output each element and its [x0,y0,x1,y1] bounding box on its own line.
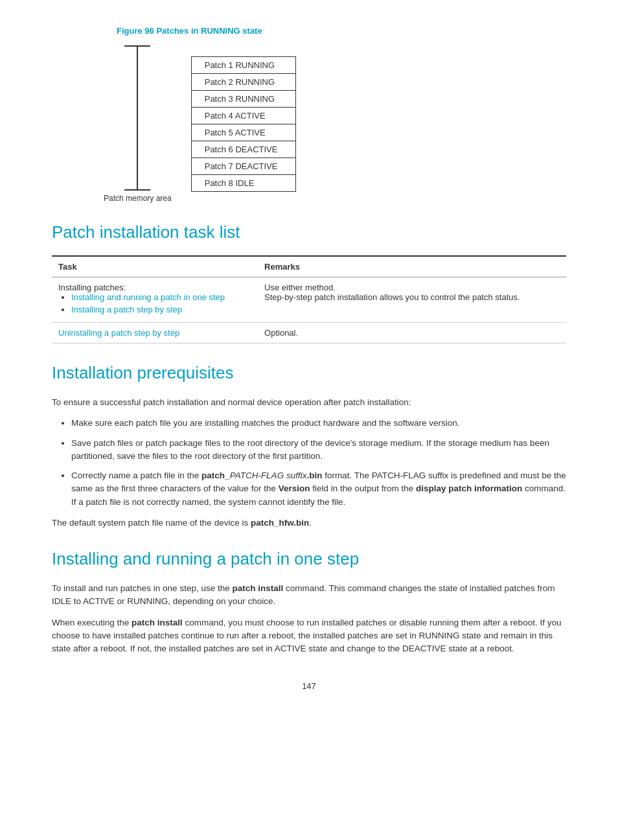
patch-box-4: Patch 4 ACTIVE [192,108,295,124]
table-row: Installing patches:Installing and runnin… [52,277,566,323]
figure-title: Figure 96 Patches in RUNNING state [117,26,566,36]
prereq-bullet-1: Make sure each patch file you are instal… [71,417,566,430]
task-cell-2: Uninstalling a patch step by step [52,323,258,344]
patch-boxes: Patch 1 RUNNINGPatch 2 RUNNINGPatch 3 RU… [191,56,296,192]
task-cell-1: Installing patches:Installing and runnin… [52,277,258,323]
prerequisites-section: Installation prerequisites To ensure a s… [52,363,566,530]
patch-install-section: Patch installation task list Task Remark… [52,222,566,344]
patch-box-6: Patch 6 DEACTIVE [192,141,295,158]
patch-box-5: Patch 5 ACTIVE [192,124,295,141]
prerequisites-list: Make sure each patch file you are instal… [52,417,566,509]
install-run-para1: To install and run patches in one step, … [52,582,566,609]
patch-box-2: Patch 2 RUNNING [192,74,295,91]
prerequisites-intro: To ensure a successful patch installatio… [52,396,566,409]
patch-box-3: Patch 3 RUNNING [192,91,295,108]
remarks-cell-2: Optional. [258,323,566,344]
memory-area-label: Patch memory area [104,194,172,203]
figure-section: Figure 96 Patches in RUNNING state Patch… [52,26,566,203]
prereq-bullet-2: Save patch files or patch package files … [71,437,566,463]
memory-area-wrapper: Patch memory area [104,45,172,203]
bracket-vertical [137,47,138,189]
col-remarks-header: Remarks [258,256,566,277]
remarks-cell-1: Use either method.Step-by-step patch ins… [258,277,566,323]
table-row: Uninstalling a patch step by stepOptiona… [52,323,566,344]
install-run-heading: Installing and running a patch in one st… [52,549,566,569]
patch-install-heading: Patch installation task list [52,222,566,242]
task-link[interactable]: Installing and running a patch in one st… [71,292,225,302]
task-link[interactable]: Installing a patch step by step [71,305,182,314]
col-task-header: Task [52,256,258,277]
page-number: 147 [52,681,566,691]
figure-container: Patch memory area Patch 1 RUNNINGPatch 2… [104,45,566,203]
patch-box-8: Patch 8 IDLE [192,175,295,191]
task-link-uninstall[interactable]: Uninstalling a patch step by step [58,328,179,338]
prerequisites-heading: Installation prerequisites [52,363,566,383]
task-table-body: Installing patches:Installing and runnin… [52,277,566,344]
task-label-1: Installing patches: [58,283,126,292]
install-run-section: Installing and running a patch in one st… [52,549,566,655]
bracket-bottom [124,189,150,191]
patch-box-7: Patch 7 DEACTIVE [192,158,295,175]
prereq-bullet-3: Correctly name a patch file in the patch… [71,469,566,509]
memory-bracket [124,45,150,191]
install-run-para2: When executing the patch install command… [52,616,566,656]
prerequisites-note: The default system patch file name of th… [52,517,566,530]
patch-box-1: Patch 1 RUNNING [192,57,295,74]
task-table: Task Remarks Installing patches:Installi… [52,255,566,344]
